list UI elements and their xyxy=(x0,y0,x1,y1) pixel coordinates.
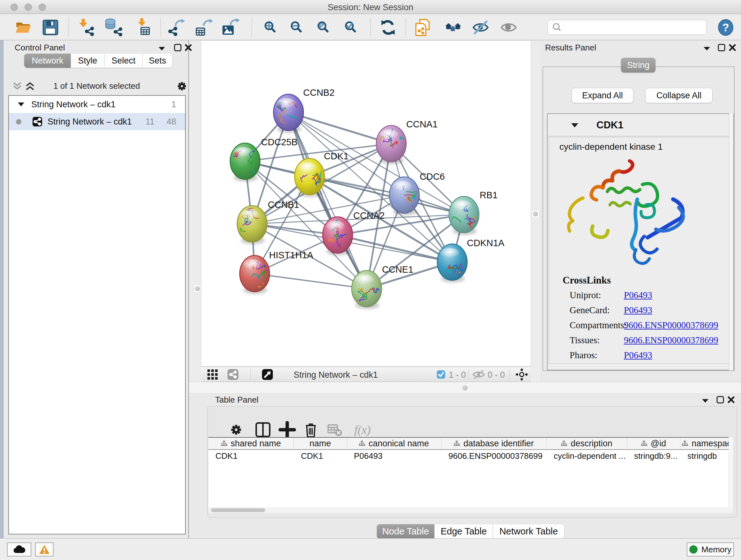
import-network-icon[interactable] xyxy=(76,18,95,37)
table-cell[interactable]: cyclin-dependent ... xyxy=(547,450,627,462)
tab-edge-table[interactable]: Edge Table xyxy=(434,524,493,539)
table-cell[interactable]: P06493 xyxy=(347,450,441,462)
first-neighbors-icon[interactable] xyxy=(445,18,463,37)
grid-view-icon[interactable] xyxy=(207,369,218,380)
table-panel-close-icon[interactable] xyxy=(727,395,735,404)
node-RB1[interactable] xyxy=(449,196,479,235)
table-panel-float-icon[interactable] xyxy=(716,395,724,404)
collection-expander-icon[interactable] xyxy=(17,101,25,108)
export-image-icon[interactable] xyxy=(221,18,240,37)
results-scrollbar[interactable] xyxy=(729,113,733,370)
zoom-out-icon[interactable] xyxy=(287,18,306,37)
node-CCNA1[interactable] xyxy=(372,125,406,164)
results-panel-close-icon[interactable] xyxy=(728,44,737,52)
table-cell[interactable]: CDK1 xyxy=(208,450,294,462)
import-table-icon[interactable] xyxy=(133,18,151,37)
table-cell[interactable]: stringdb:9... xyxy=(627,450,680,462)
node-CCNB1[interactable] xyxy=(234,206,267,245)
results-panel-collapse-icon[interactable] xyxy=(703,45,711,52)
warnings-button[interactable] xyxy=(35,543,54,557)
node-CDK1[interactable] xyxy=(294,159,325,197)
zoom-selected-icon[interactable] xyxy=(342,18,360,37)
birds-eye-view-icon[interactable] xyxy=(262,369,273,380)
crosslink-link[interactable]: P06493 xyxy=(624,305,652,315)
refresh-icon[interactable] xyxy=(379,18,397,37)
edge-CCNB2-CCNE1[interactable] xyxy=(288,112,367,289)
crosslink-link[interactable]: P06493 xyxy=(624,350,652,361)
tab-sets[interactable]: Sets xyxy=(143,54,172,68)
selected-checkbox-icon[interactable] xyxy=(436,370,446,379)
tab-network[interactable]: Network xyxy=(24,54,71,68)
table-cell[interactable]: 9606.ENSP00000378699 xyxy=(441,450,547,462)
network-row[interactable]: String Network – cdk1 11 48 xyxy=(9,113,185,130)
results-panel-float-icon[interactable] xyxy=(718,44,726,52)
gene-section-header[interactable]: CDK1 xyxy=(548,114,733,136)
collapse-all-button[interactable]: Collapse All xyxy=(645,88,713,103)
column-header-@id[interactable]: @id xyxy=(627,438,680,449)
edge-HIST1H1A-CCNE1[interactable] xyxy=(255,273,367,289)
gene-expander-icon[interactable] xyxy=(570,122,579,128)
crosslink-link[interactable]: 9606.ENSP00000378699 xyxy=(624,335,718,346)
node-CDC25B[interactable] xyxy=(230,143,262,182)
tab-network-table[interactable]: Network Table xyxy=(493,524,564,539)
search-input[interactable] xyxy=(562,23,706,32)
add-column-icon[interactable] xyxy=(279,421,296,438)
network-view-canvas[interactable]: CCNB2CCNA1CDC25BCDK1CDC6RB1CCNB1CCNA2CDK… xyxy=(201,40,531,367)
tab-string[interactable]: String xyxy=(621,58,656,72)
control-panel-close-icon[interactable] xyxy=(184,44,192,52)
zoom-in-icon[interactable] xyxy=(261,18,280,37)
control-panel-collapse-icon[interactable] xyxy=(158,45,166,52)
node-CDC6[interactable] xyxy=(389,177,419,215)
attribute-type-icon xyxy=(682,441,688,446)
delete-column-icon[interactable] xyxy=(302,421,320,438)
table-panel-collapse-icon[interactable] xyxy=(701,397,710,404)
export-table-icon[interactable] xyxy=(195,18,213,37)
show-columns-icon[interactable] xyxy=(254,421,272,438)
column-header-shared-name[interactable]: shared name xyxy=(208,438,294,449)
fit-content-crosshair-icon[interactable] xyxy=(515,368,528,381)
right-splitter-grip[interactable] xyxy=(532,210,539,218)
show-all-icon[interactable] xyxy=(499,18,518,37)
network-view-share-icon[interactable] xyxy=(227,369,239,380)
node-CCNE1[interactable] xyxy=(352,270,382,309)
tab-node-table[interactable]: Node Table xyxy=(377,524,434,539)
table-cell[interactable]: stringdb xyxy=(680,450,733,462)
crosslink-link[interactable]: 9606.ENSP00000378699 xyxy=(624,320,718,330)
table-cell[interactable]: CDK1 xyxy=(294,450,347,462)
column-header-namespace[interactable]: namespace xyxy=(680,438,733,449)
save-session-icon[interactable] xyxy=(41,18,60,37)
table-settings-gear-icon[interactable] xyxy=(227,421,245,438)
import-network-from-database-icon[interactable] xyxy=(105,18,123,37)
column-header-name[interactable]: name xyxy=(294,438,347,449)
help-icon[interactable]: ? xyxy=(717,18,735,37)
control-panel-float-icon[interactable] xyxy=(174,44,182,52)
edge-CCNB2-CCNA1[interactable] xyxy=(288,112,391,144)
column-header-description[interactable]: description xyxy=(547,438,627,449)
column-header-database-identifier[interactable]: database identifier xyxy=(441,438,547,449)
scrollbar-thumb[interactable] xyxy=(211,508,265,512)
network-collection-row[interactable]: String Network – cdk1 1 xyxy=(9,96,185,113)
node-HIST1H1A[interactable] xyxy=(240,255,270,294)
hidden-eye-icon[interactable] xyxy=(472,370,485,379)
table-horizontal-scrollbar[interactable] xyxy=(208,507,733,513)
duplicate-network-icon[interactable] xyxy=(413,18,432,37)
node-CCNA2[interactable] xyxy=(323,217,353,255)
export-network-icon[interactable] xyxy=(167,18,185,37)
memory-button[interactable]: Memory xyxy=(687,543,734,557)
table-row[interactable]: CDK1CDK1P064939606.ENSP00000378699cyclin… xyxy=(208,450,733,462)
node-CCNB2[interactable] xyxy=(273,94,304,133)
column-header-canonical-name[interactable]: canonical name xyxy=(347,438,441,449)
network-options-gear-icon[interactable] xyxy=(176,80,188,92)
table-vertical-scrollbar[interactable] xyxy=(729,437,733,507)
tab-select[interactable]: Select xyxy=(105,54,143,68)
crosslink-link[interactable]: P06493 xyxy=(624,290,652,300)
zoom-fit-icon[interactable] xyxy=(314,18,333,37)
tab-style[interactable]: Style xyxy=(71,54,105,68)
cloud-button[interactable] xyxy=(7,543,31,557)
left-splitter-grip[interactable] xyxy=(194,285,201,293)
open-session-icon[interactable] xyxy=(14,18,32,37)
hide-selected-icon[interactable] xyxy=(471,18,490,37)
node-CDKN1A[interactable] xyxy=(437,244,470,285)
expand-all-button[interactable]: Expand All xyxy=(571,88,633,103)
horizontal-splitter[interactable] xyxy=(189,382,741,394)
